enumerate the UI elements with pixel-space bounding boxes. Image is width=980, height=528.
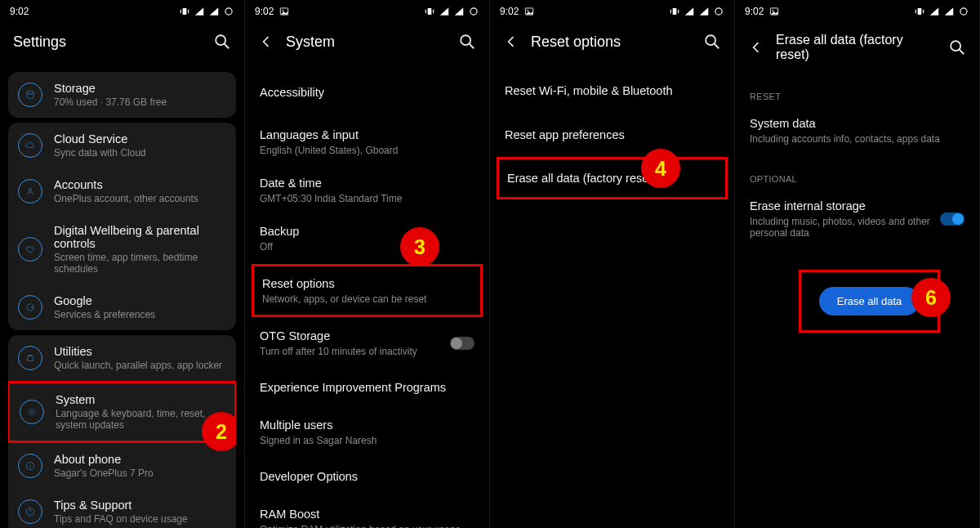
svg-point-17 — [30, 513, 31, 514]
screen-factory-reset: 9:02 Erase all data (factory reset) RESE… — [735, 0, 980, 528]
signal-icon-2 — [943, 6, 955, 17]
row-erase-all[interactable]: Erase all data (factory reset) — [497, 157, 728, 199]
battery-circle-icon — [958, 6, 969, 17]
row-languages[interactable]: Languages & inputEnglish (United States)… — [245, 118, 489, 166]
page-title: System — [286, 34, 447, 51]
battery-circle-icon — [713, 6, 724, 17]
header: System — [245, 23, 489, 67]
signal-icon — [194, 6, 205, 17]
row-backup[interactable]: BackupOff — [245, 214, 489, 262]
row-accessibility[interactable]: Accessibility — [245, 67, 489, 118]
signal-icon-2 — [208, 6, 220, 17]
status-time: 9:02 — [745, 6, 764, 17]
system-icon — [20, 400, 44, 424]
row-tips[interactable]: Tips & SupportTips and FAQ on device usa… — [8, 489, 236, 528]
vibrate-icon — [669, 6, 680, 17]
status-time: 9:02 — [255, 6, 274, 17]
search-icon[interactable] — [213, 33, 231, 51]
wellbeing-icon — [18, 237, 42, 262]
status-time: 9:02 — [10, 6, 29, 17]
signal-icon-2 — [698, 6, 710, 17]
status-bar: 9:02 — [490, 0, 734, 23]
svg-point-15 — [30, 463, 31, 464]
vibrate-icon — [914, 6, 925, 17]
row-cloud[interactable]: Cloud ServiceSync data with Cloud — [8, 123, 236, 168]
search-icon[interactable] — [948, 38, 966, 56]
screenshot-icon — [278, 6, 290, 17]
accounts-icon — [18, 179, 42, 204]
signal-icon — [684, 6, 695, 17]
row-datetime[interactable]: Date & timeGMT+05:30 India Standard Time — [245, 166, 489, 214]
battery-circle-icon — [468, 6, 479, 17]
row-ramboost[interactable]: RAM BoostOptimize RAM utilization based … — [245, 497, 489, 528]
vibrate-icon — [424, 6, 435, 17]
storage-card[interactable]: Storage 70% used · 37.76 GB free — [8, 72, 236, 118]
reset-caption: RESET — [735, 78, 979, 106]
svg-point-9 — [29, 189, 32, 192]
erase-storage-toggle[interactable] — [940, 213, 964, 226]
system-card: UtilitiesQuick launch, parallel apps, ap… — [8, 335, 236, 528]
screenshot-icon — [523, 6, 535, 17]
row-otg[interactable]: OTG StorageTurn off after 10 minutes of … — [245, 319, 489, 367]
page-title: Erase all data (factory reset) — [776, 33, 937, 62]
step-badge-2: 2 — [202, 412, 236, 451]
row-multiuser[interactable]: Multiple usersSigned in as Sagar Naresh — [245, 408, 489, 456]
row-reset-wifi[interactable]: Reset Wi-Fi, mobile & Bluetooth — [490, 67, 734, 114]
back-icon[interactable] — [748, 39, 764, 56]
screenshot-icon — [768, 6, 780, 17]
svg-point-8 — [27, 91, 33, 94]
header: Erase all data (factory reset) — [735, 23, 979, 78]
row-systemdata[interactable]: System data Including accounts info, con… — [735, 106, 979, 154]
storage-title: Storage — [54, 82, 167, 95]
signal-icon — [929, 6, 940, 17]
back-icon[interactable] — [503, 34, 519, 50]
svg-point-12 — [30, 410, 33, 414]
google-icon — [18, 295, 42, 320]
row-reset-options[interactable]: Reset options Network, apps, or device c… — [252, 264, 483, 317]
screen-settings: 9:02 Settings Storage 70% used · 37.76 G… — [0, 0, 245, 528]
back-icon[interactable] — [258, 34, 274, 50]
about-icon — [18, 454, 42, 478]
signal-icon — [439, 6, 450, 17]
screen-system: 9:02 System Accessibility Languages & in… — [245, 0, 490, 528]
header: Settings — [0, 23, 244, 67]
row-accounts[interactable]: AccountsOnePlus account, other accounts — [8, 168, 236, 214]
storage-sub: 70% used · 37.76 GB free — [54, 96, 167, 108]
row-utilities[interactable]: UtilitiesQuick launch, parallel apps, ap… — [8, 335, 236, 381]
header: Reset options — [490, 23, 734, 67]
optional-caption: OPTIONAL — [735, 154, 979, 189]
row-wellbeing[interactable]: Digital Wellbeing & parental controlsScr… — [8, 214, 236, 284]
storage-icon — [18, 83, 42, 107]
status-bar: 9:02 — [0, 0, 244, 23]
step-badge-4: 4 — [641, 149, 680, 188]
otg-toggle[interactable] — [450, 337, 474, 350]
step-badge-3: 3 — [400, 227, 439, 266]
page-title: Settings — [13, 34, 202, 51]
battery-circle-icon — [223, 6, 234, 17]
utilities-icon — [18, 346, 42, 370]
row-reset-apps[interactable]: Reset app preferences — [490, 114, 734, 155]
row-devopts[interactable]: Developer Options — [245, 456, 489, 497]
vibrate-icon — [179, 6, 190, 17]
step-badge-6: 6 — [911, 278, 951, 317]
row-experience[interactable]: Experience Improvement Programs — [245, 367, 489, 408]
signal-icon-2 — [453, 6, 465, 17]
row-erase-storage[interactable]: Erase internal storage Including music, … — [735, 189, 979, 248]
search-icon[interactable] — [703, 33, 721, 51]
row-google[interactable]: GoogleServices & preferences — [8, 284, 236, 330]
row-about[interactable]: About phoneSagar's OnePlus 7 Pro — [8, 443, 236, 489]
page-title: Reset options — [531, 34, 692, 51]
erase-all-button[interactable]: Erase all data — [819, 287, 920, 315]
status-time: 9:02 — [500, 6, 519, 17]
svg-rect-11 — [28, 356, 33, 361]
status-bar: 9:02 — [245, 0, 489, 23]
cloud-icon — [18, 133, 42, 158]
search-icon[interactable] — [458, 33, 476, 51]
status-bar: 9:02 — [735, 0, 979, 23]
accounts-card: Cloud ServiceSync data with Cloud Accoun… — [8, 123, 236, 330]
screen-reset-options: 9:02 Reset options Reset Wi-Fi, mobile &… — [490, 0, 735, 528]
tips-icon — [18, 499, 42, 524]
